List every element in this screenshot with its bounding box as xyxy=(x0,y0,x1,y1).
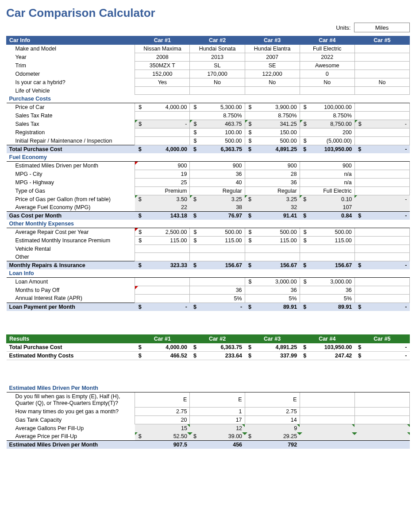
cell[interactable]: 900 xyxy=(300,162,354,170)
cell[interactable] xyxy=(354,408,409,416)
cell[interactable] xyxy=(354,416,409,424)
cell[interactable]: 19 xyxy=(135,170,190,179)
cell[interactable]: 5% xyxy=(300,294,354,303)
cell[interactable]: 28 xyxy=(245,170,300,179)
cell[interactable]: $4,000.00 xyxy=(135,103,190,112)
cell[interactable]: 2.75 xyxy=(245,408,300,416)
cell[interactable] xyxy=(354,103,409,112)
cell[interactable] xyxy=(354,112,409,120)
cell[interactable] xyxy=(354,277,409,286)
cell[interactable]: n/a xyxy=(300,170,354,179)
cell[interactable] xyxy=(135,87,190,95)
cell[interactable] xyxy=(354,62,409,70)
cell[interactable]: 2007 xyxy=(245,53,300,62)
cell[interactable] xyxy=(354,137,409,145)
cell[interactable]: Regular xyxy=(190,187,245,195)
cell[interactable]: $100,000.00 xyxy=(300,103,354,112)
cell[interactable]: 152,000 xyxy=(135,70,190,78)
cell[interactable]: Awesome xyxy=(300,62,354,70)
cell[interactable]: 900 xyxy=(190,162,245,170)
cell[interactable]: 5% xyxy=(245,294,300,303)
cell[interactable]: $500.00 xyxy=(190,137,245,145)
cell[interactable]: 25 xyxy=(135,179,190,187)
cell[interactable]: 36 xyxy=(190,286,245,294)
cell[interactable]: E xyxy=(190,392,245,408)
cell[interactable] xyxy=(300,245,354,253)
cell[interactable]: 8.750% xyxy=(190,112,245,120)
cell[interactable]: 36 xyxy=(190,170,245,179)
cell[interactable]: $500.00 xyxy=(245,228,300,237)
cell[interactable] xyxy=(245,253,300,261)
cell[interactable]: 1 xyxy=(190,408,245,416)
cell[interactable]: 2013 xyxy=(190,53,245,62)
cell[interactable]: No xyxy=(300,78,354,87)
cell[interactable]: 2.75 xyxy=(135,408,190,416)
cell[interactable]: 350MZX T xyxy=(135,62,190,70)
cell[interactable]: $500.00 xyxy=(300,228,354,237)
cell[interactable]: $115.00 xyxy=(135,237,190,245)
cell[interactable]: 170,000 xyxy=(190,70,245,78)
cell[interactable] xyxy=(354,294,409,303)
cell[interactable]: 2008 xyxy=(135,53,190,62)
cell[interactable]: 2022 xyxy=(300,53,354,62)
cell[interactable]: 200 xyxy=(300,128,354,137)
cell[interactable]: Regular xyxy=(245,187,300,195)
cell[interactable]: 20 xyxy=(135,416,190,424)
cell[interactable]: 36 xyxy=(245,286,300,294)
cell[interactable]: 5% xyxy=(190,294,245,303)
cell[interactable] xyxy=(354,70,409,78)
cell[interactable]: 8.750% xyxy=(245,112,300,120)
cell[interactable]: $(5,000.00) xyxy=(300,137,354,145)
cell[interactable]: 36 xyxy=(245,179,300,187)
cell[interactable]: Nissan Maxima xyxy=(135,45,190,53)
cell[interactable] xyxy=(300,87,354,95)
cell[interactable] xyxy=(354,45,409,53)
cell[interactable] xyxy=(190,87,245,95)
cell[interactable]: $115.00 xyxy=(300,237,354,245)
cell[interactable]: $3,000.00 xyxy=(300,277,354,286)
cell[interactable]: 17 xyxy=(190,416,245,424)
cell[interactable] xyxy=(135,128,190,137)
cell[interactable] xyxy=(354,392,409,408)
cell[interactable]: Full Electric xyxy=(300,45,354,53)
cell[interactable]: Hundai Sonata xyxy=(190,45,245,53)
cell[interactable]: 14 xyxy=(245,416,300,424)
cell[interactable]: Full Electric xyxy=(300,187,354,195)
cell[interactable]: No xyxy=(190,78,245,87)
cell[interactable] xyxy=(135,294,190,303)
cell[interactable]: $500.00 xyxy=(190,228,245,237)
cell[interactable]: $500.00 xyxy=(245,137,300,145)
cell[interactable]: Yes xyxy=(135,78,190,87)
cell[interactable] xyxy=(300,408,354,416)
cell[interactable] xyxy=(190,245,245,253)
cell[interactable] xyxy=(135,137,190,145)
cell[interactable]: Hundai Elantra xyxy=(245,45,300,53)
cell[interactable] xyxy=(354,87,409,95)
cell[interactable] xyxy=(354,128,409,137)
cell[interactable] xyxy=(354,179,409,187)
cell[interactable]: E xyxy=(245,392,300,408)
cell[interactable] xyxy=(245,87,300,95)
cell[interactable]: $150.00 xyxy=(245,128,300,137)
cell[interactable] xyxy=(300,253,354,261)
cell[interactable] xyxy=(354,53,409,62)
cell[interactable] xyxy=(190,277,245,286)
cell[interactable] xyxy=(135,253,190,261)
cell[interactable]: $115.00 xyxy=(245,237,300,245)
cell[interactable]: $100.00 xyxy=(190,128,245,137)
cell[interactable] xyxy=(135,286,190,294)
cell[interactable]: SE xyxy=(245,62,300,70)
cell[interactable]: $3,000.00 xyxy=(245,277,300,286)
cell[interactable]: 40 xyxy=(190,179,245,187)
cell[interactable] xyxy=(354,245,409,253)
cell[interactable]: 0 xyxy=(300,70,354,78)
cell[interactable]: 36 xyxy=(300,286,354,294)
cell[interactable] xyxy=(354,170,409,179)
cell[interactable] xyxy=(354,286,409,294)
cell[interactable]: 900 xyxy=(245,162,300,170)
cell[interactable] xyxy=(135,277,190,286)
cell[interactable] xyxy=(245,245,300,253)
cell[interactable]: No xyxy=(245,78,300,87)
units-input[interactable] xyxy=(354,23,410,32)
cell[interactable] xyxy=(354,187,409,195)
